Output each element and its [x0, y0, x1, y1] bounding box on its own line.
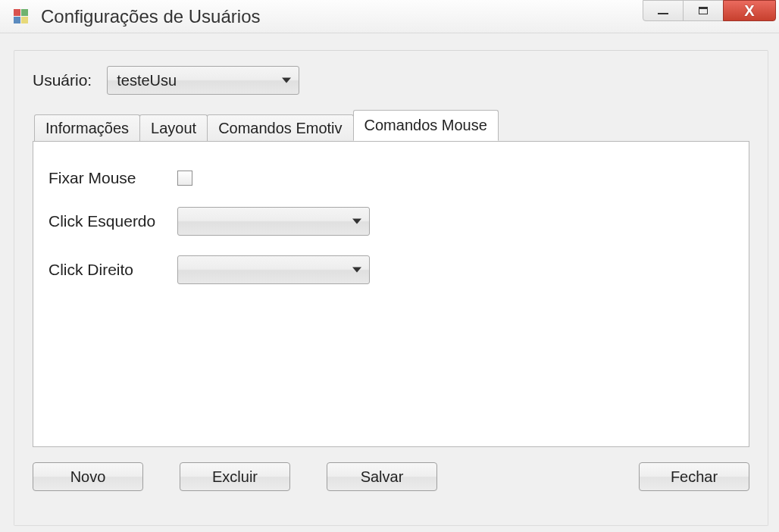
- user-combobox-value: testeUsu: [117, 72, 177, 89]
- button-row: Novo Excluir Salvar Fechar: [33, 462, 749, 491]
- click-esquerdo-label: Click Esquerdo: [48, 212, 177, 230]
- tab-label: Comandos Emotiv: [218, 120, 342, 136]
- salvar-button[interactable]: Salvar: [327, 462, 437, 491]
- chevron-down-icon: [352, 268, 361, 273]
- client-area: Usuário: testeUsu Informações Layout Com…: [0, 33, 779, 532]
- chevron-down-icon: [282, 78, 291, 83]
- app-icon: [14, 9, 29, 24]
- tabpage-comandos-mouse: Fixar Mouse Click Esquerdo Click Direito: [33, 141, 749, 447]
- button-label: Fechar: [671, 468, 718, 486]
- click-direito-combobox[interactable]: [177, 255, 370, 284]
- row-fixar-mouse: Fixar Mouse: [48, 169, 734, 187]
- window-maximize-button[interactable]: [683, 0, 724, 21]
- excluir-button[interactable]: Excluir: [180, 462, 290, 491]
- maximize-icon: [699, 7, 708, 14]
- window-close-button[interactable]: X: [723, 0, 776, 21]
- tab-layout[interactable]: Layout: [139, 114, 208, 142]
- tab-comandos-mouse[interactable]: Comandos Mouse: [353, 110, 499, 141]
- minimize-icon: [658, 13, 668, 14]
- tab-informacoes[interactable]: Informações: [34, 114, 140, 142]
- fixar-mouse-label: Fixar Mouse: [48, 169, 177, 187]
- user-row: Usuário: testeUsu: [33, 66, 749, 95]
- chevron-down-icon: [352, 219, 361, 224]
- button-label: Excluir: [212, 468, 258, 486]
- fixar-mouse-checkbox[interactable]: [177, 171, 192, 186]
- click-esquerdo-combobox[interactable]: [177, 207, 370, 236]
- groupbox-frame: Usuário: testeUsu Informações Layout Com…: [14, 50, 768, 526]
- tab-label: Comandos Mouse: [364, 117, 487, 133]
- click-direito-label: Click Direito: [48, 261, 177, 279]
- button-label: Novo: [70, 468, 106, 486]
- tab-comandos-emotiv[interactable]: Comandos Emotiv: [207, 114, 353, 142]
- button-label: Salvar: [361, 468, 404, 486]
- tab-label: Informações: [45, 120, 129, 136]
- tab-label: Layout: [151, 120, 196, 136]
- tabstrip: Informações Layout Comandos Emotiv Coman…: [33, 110, 749, 141]
- user-label: Usuário:: [33, 71, 92, 89]
- fechar-button[interactable]: Fechar: [639, 462, 749, 491]
- user-combobox[interactable]: testeUsu: [107, 66, 299, 95]
- window-controls: X: [643, 0, 776, 21]
- titlebar: Configurações de Usuários X: [0, 0, 779, 33]
- novo-button[interactable]: Novo: [33, 462, 143, 491]
- window-title: Configurações de Usuários: [41, 6, 261, 27]
- row-click-direito: Click Direito: [48, 255, 734, 284]
- close-icon: X: [744, 3, 754, 18]
- row-click-esquerdo: Click Esquerdo: [48, 207, 734, 236]
- window-minimize-button[interactable]: [643, 0, 684, 21]
